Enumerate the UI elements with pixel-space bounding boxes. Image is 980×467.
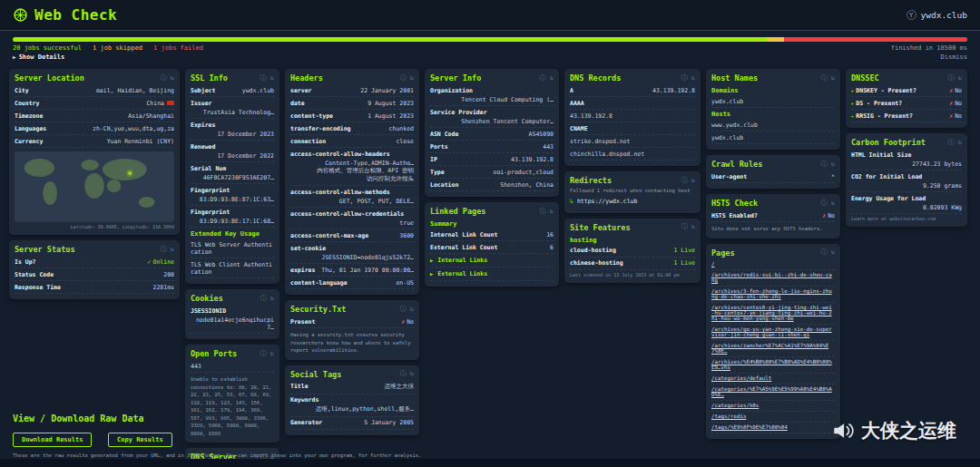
page-link[interactable]: /archives/go-yu-yan-zhong-xie-de-supervi… [711, 325, 835, 341]
redirect-destination[interactable]: ↳ https://ywdx.club [570, 195, 695, 208]
info-icon[interactable]: ⓘ [821, 249, 828, 256]
page-link[interactable]: /tags/redis [711, 412, 835, 423]
refresh-icon[interactable]: ↻ [410, 371, 414, 377]
refresh-icon[interactable]: ↻ [410, 306, 414, 313]
table-row: Serial Num 46F0CA7230F953AE207… [191, 162, 274, 184]
download-results-button[interactable]: Download Results [13, 433, 92, 447]
row-label: JSESSIONID [191, 307, 226, 315]
row-label: content-type [290, 112, 333, 120]
refresh-icon[interactable]: ↻ [831, 75, 835, 82]
info-icon[interactable]: ⓘ [400, 371, 407, 377]
table-row: City mail, Haidian, Beijing [15, 84, 174, 97]
show-details-toggle[interactable]: ▶Show Details [13, 54, 64, 61]
dnssec-row[interactable]: ▸RRSIG - Present? ✗No [851, 110, 962, 122]
info-icon[interactable]: ⓘ [821, 200, 828, 207]
row-label: ▸DNSKEY - Present? [851, 87, 916, 94]
page-link[interactable]: /archives/%E4%B8%80%E7%B8%AD%E4%B8%80%E9… [711, 357, 835, 374]
info-icon[interactable]: ⓘ [681, 75, 688, 82]
page-link[interactable]: /archives/zancher%E7%AC%A1%E7%9A%84%E7%8… [711, 341, 835, 357]
page-link[interactable]: /categories/k8s [711, 401, 835, 412]
cross-icon: ✗ [949, 100, 953, 107]
info-icon[interactable]: ⓘ [681, 224, 688, 230]
page-link[interactable]: /tags/%E9%8F%9E%E7%80%84 [711, 423, 835, 433]
table-row: Internal Link Count 16 [430, 229, 554, 241]
copy-results-button[interactable]: Copy Results [108, 433, 172, 447]
row-label: Present [290, 318, 315, 326]
info-icon[interactable]: ⓘ [821, 75, 828, 82]
dismiss-button[interactable]: Dismiss [940, 54, 967, 61]
cross-icon: ✗ [949, 87, 953, 94]
info-icon[interactable]: ⓘ [821, 161, 828, 168]
info-icon[interactable]: ⓘ [681, 178, 688, 184]
refresh-icon[interactable]: ↻ [691, 178, 695, 184]
status-line-2: ▶Show Details Dismiss [0, 52, 980, 61]
table-row: Title 运维之大侠 [290, 381, 414, 394]
refresh-icon[interactable]: ↻ [270, 296, 274, 302]
app-brand[interactable]: Web Check [13, 6, 117, 24]
info-icon[interactable]: ⓘ [540, 209, 546, 215]
row-label: ▸RRSIG - Present? [851, 112, 913, 120]
table-row: Renewed 17 December 2022 [191, 141, 274, 162]
row-label: Languages [15, 125, 46, 132]
table-row: Type eoi-product,cloud [430, 166, 554, 179]
dnssec-row[interactable]: ▸DNSKEY - Present? ✗No [851, 84, 962, 97]
page-link[interactable]: / [711, 259, 835, 270]
row-value: mail, Haidian, Beijing [96, 87, 174, 94]
refresh-icon[interactable]: ↻ [691, 224, 695, 230]
row-label: Currency [15, 138, 43, 145]
row-label: HSTS Enabled? [711, 212, 758, 219]
refresh-icon[interactable]: ↻ [270, 351, 274, 357]
info-icon[interactable]: ⓘ [540, 75, 546, 82]
info-icon[interactable]: ⓘ [400, 306, 407, 313]
results-grid: Server Location ⓘ ↻ City mail, Haidian, … [0, 61, 980, 467]
refresh-icon[interactable]: ↻ [831, 200, 835, 207]
info-icon[interactable]: ⓘ [260, 351, 267, 357]
row-value: 1 Live [674, 247, 695, 254]
info-icon[interactable]: ⓘ [161, 247, 167, 253]
info-icon[interactable]: ⓘ [260, 75, 267, 82]
refresh-icon[interactable]: ↻ [410, 75, 414, 82]
refresh-icon[interactable]: ↻ [691, 75, 695, 82]
refresh-icon[interactable]: ↻ [831, 161, 835, 168]
dnssec-row[interactable]: ▸DS - Present? ✗No [851, 97, 962, 110]
refresh-icon[interactable]: ↻ [171, 75, 174, 82]
links-expander[interactable]: ▶ Internal Links [430, 254, 554, 268]
scanned-site[interactable]: Y ywdx.club [906, 10, 967, 20]
host-item: ywdx.club [711, 131, 835, 144]
links-expander[interactable]: ▶ External Links [430, 268, 554, 281]
refresh-icon[interactable]: ↻ [270, 75, 274, 82]
row-value: GET, POST, PUT, DELE… [339, 198, 414, 205]
info-icon[interactable]: ⓘ [161, 75, 167, 82]
ssl-extended-key-usage-heading: Extended Key Usage [191, 228, 274, 238]
row-value: Shenzhen, China [500, 181, 554, 189]
row-value: 43.139.192.8 [652, 87, 695, 94]
card-title: Open Ports [191, 349, 257, 358]
page-link[interactable]: /categories/default [711, 374, 835, 384]
card-server-status: Server Status ⓘ ↻ Is Up? ✓Online Status … [9, 240, 180, 299]
cross-icon: ✗ [822, 212, 826, 219]
info-icon[interactable]: ⓘ [400, 75, 407, 82]
page-link[interactable]: /categories/%E7%A5%9E%E5%99%A8%E4%B8%AD%… [711, 384, 835, 401]
refresh-icon[interactable]: ↻ [171, 247, 174, 253]
refresh-icon[interactable]: ↻ [958, 75, 962, 82]
page-link[interactable]: /archives/redis-sui-bi--zhi-de-shou-cang [711, 270, 835, 287]
page-link[interactable]: /archives/3-fen-zhong-le-jie-nginx-zhong… [711, 287, 835, 303]
refresh-icon[interactable]: ↻ [550, 75, 554, 82]
progress-success-segment [13, 37, 767, 42]
card-title: Social Tags [290, 370, 397, 379]
map-caption: Latitude: 39.9085, Longitude: 116.3894 [15, 224, 174, 229]
info-icon[interactable]: ⓘ [260, 296, 267, 302]
table-row: cloud-hosting 1 Live [570, 245, 695, 258]
row-label: Fingerprint [191, 187, 230, 194]
page-link[interactable]: /archives/centos8-yi-jing-ting-zhi-wei-h… [711, 303, 835, 325]
row-value: 17 December 2022 [217, 152, 274, 160]
refresh-icon[interactable]: ↻ [550, 209, 554, 215]
info-icon[interactable]: ⓘ [948, 140, 955, 146]
domain-item: ywdx.club [711, 95, 835, 108]
row-label: Energy Usage for Load [851, 195, 926, 202]
refresh-icon[interactable]: ↻ [958, 140, 962, 146]
row-label: Internal Link Count [430, 231, 497, 238]
info-icon[interactable]: ⓘ [948, 75, 955, 82]
refresh-icon[interactable]: ↻ [831, 249, 835, 256]
row-label: Serial Num [191, 165, 226, 172]
